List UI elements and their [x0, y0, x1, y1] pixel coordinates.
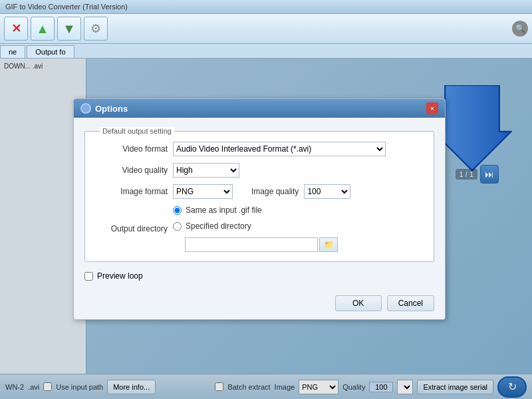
cancel-button[interactable]: Cancel [387, 295, 434, 311]
image-format-row: Image format PNG JPG BMP Image quality 1… [94, 184, 424, 199]
directory-input[interactable] [185, 237, 318, 252]
preview-loop-label: Preview loop [97, 271, 143, 281]
download-button[interactable]: ▼ [57, 17, 81, 41]
dialog-overlay: Options × Default output setting Video f… [0, 59, 532, 399]
main-area: DOWN... .avi 1 / 1 ⏭ Options [0, 59, 532, 399]
toolbar: ✕ ▲ ▼ ⚙ 🔍 [0, 14, 532, 44]
radio-same-row: Same as input .gif file [173, 205, 338, 215]
options-dialog: Options × Default output setting Video f… [73, 98, 446, 320]
upload-button[interactable]: ▲ [31, 17, 55, 41]
default-output-fieldset: Default output setting Video format Audi… [84, 127, 434, 262]
radio-specified-input[interactable] [173, 222, 182, 231]
dialog-title: Options [95, 104, 422, 114]
tab-output-format[interactable]: Output fo [27, 45, 74, 58]
radio-same-label: Same as input .gif file [186, 205, 262, 215]
app-title: GIF to Video Converter (Trial Version) [5, 3, 128, 11]
video-quality-row: Video quality High Medium Low [94, 163, 424, 178]
preview-loop-row: Preview loop [84, 271, 434, 281]
dialog-close-button[interactable]: × [426, 102, 438, 114]
radio-specified-label: Specified directory [186, 221, 251, 231]
image-format-label: Image format [94, 187, 168, 196]
output-dir-label: Output directory [94, 224, 168, 233]
title-bar: GIF to Video Converter (Trial Version) [0, 0, 532, 14]
settings-button[interactable]: ⚙ [84, 17, 108, 41]
video-quality-select[interactable]: High Medium Low [173, 163, 239, 178]
image-quality-select[interactable]: 100 90 80 [304, 184, 350, 199]
output-dir-row: Output directory Same as input .gif file… [94, 205, 424, 252]
delete-button[interactable]: ✕ [4, 17, 28, 41]
radio-same-input[interactable] [173, 206, 182, 215]
image-quality-label: Image quality [251, 187, 299, 196]
dialog-body: Default output setting Video format Audi… [74, 118, 445, 293]
dialog-icon [80, 103, 91, 114]
browse-button[interactable]: 📁 [319, 237, 338, 252]
tab-bar: ne Output fo [0, 44, 532, 59]
video-quality-label: Video quality [94, 166, 168, 175]
video-format-select[interactable]: Audio Video Interleaved Format (*.avi) M… [173, 142, 386, 156]
radio-specified-row: Specified directory [173, 221, 338, 231]
video-format-row: Video format Audio Video Interleaved For… [94, 142, 424, 156]
dialog-footer: OK Cancel [74, 293, 445, 319]
image-format-select[interactable]: PNG JPG BMP [173, 184, 233, 199]
preview-loop-checkbox[interactable] [84, 272, 93, 281]
tab-ne[interactable]: ne [0, 45, 25, 58]
dialog-title-bar: Options × [74, 99, 445, 118]
video-format-label: Video format [94, 144, 168, 154]
ok-button[interactable]: OK [335, 295, 382, 311]
search-icon: 🔍 [512, 21, 528, 37]
fieldset-legend: Default output setting [100, 127, 174, 135]
